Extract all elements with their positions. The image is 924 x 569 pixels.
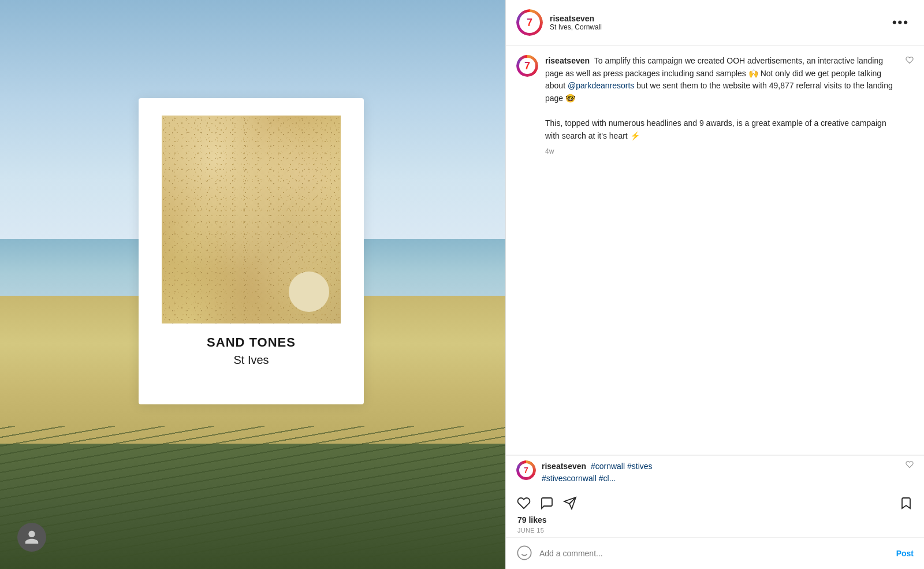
comment-timestamp: 4w <box>545 146 899 157</box>
post-date: JUNE 15 <box>516 527 914 534</box>
heart-icon <box>517 496 531 510</box>
comment-heart-icon[interactable] <box>906 55 914 66</box>
comment-text: riseatseven To amplify this campaign we … <box>545 55 899 157</box>
second-comment-username[interactable]: riseatseven <box>542 462 586 471</box>
post-comment-button[interactable]: Post <box>896 549 914 558</box>
second-comment-avatar[interactable]: 7 <box>516 460 536 480</box>
header-info: riseatseven St Ives, Cornwall <box>550 14 888 31</box>
likes-count: 79 likes <box>516 515 914 525</box>
header-username[interactable]: riseatseven <box>550 14 888 23</box>
grass-bg <box>0 444 505 569</box>
add-comment-row: Post <box>506 537 924 569</box>
share-button[interactable] <box>562 496 578 511</box>
action-icons-row <box>516 496 914 511</box>
bookmark-icon <box>899 496 913 510</box>
comment-avatar[interactable]: 7 <box>516 55 538 77</box>
comment-link[interactable]: @parkdeanresorts <box>568 81 634 90</box>
post-image: SAND TONES St Ives <box>0 0 505 569</box>
main-comment: 7 riseatseven To amplify this campaign w… <box>516 55 914 157</box>
right-panel: 7 riseatseven St Ives, Cornwall ••• 7 ri… <box>505 0 924 569</box>
smiley-icon <box>516 545 532 561</box>
action-bar: 79 likes JUNE 15 <box>506 490 924 537</box>
emoji-button[interactable] <box>516 545 534 562</box>
comment-username[interactable]: riseatseven <box>545 56 590 65</box>
header-avatar[interactable]: 7 <box>516 9 543 36</box>
logo-7-comment: 7 <box>524 61 530 71</box>
share-icon <box>563 496 577 510</box>
person-icon <box>24 529 40 545</box>
comments-area: 7 riseatseven To amplify this campaign w… <box>506 46 924 455</box>
more-options-button[interactable]: ••• <box>888 13 914 32</box>
comment-paragraph-2: This, topped with numerous headlines and… <box>545 118 886 140</box>
second-comment-hashtag2[interactable]: #stivescornwall #cl... <box>542 474 616 483</box>
second-comment-hashtag1[interactable]: #cornwall #stives <box>591 462 653 471</box>
logo-7: 7 <box>527 17 532 28</box>
user-avatar-button[interactable] <box>17 523 46 552</box>
card-title: SAND TONES <box>207 335 296 350</box>
second-comment-content: riseatseven #cornwall #stives #stivescor… <box>542 460 906 485</box>
second-comment-heart[interactable] <box>906 460 914 470</box>
sand-card: SAND TONES St Ives <box>139 98 364 404</box>
post-header: 7 riseatseven St Ives, Cornwall ••• <box>506 0 924 46</box>
color-swatch <box>289 272 329 312</box>
comment-button[interactable] <box>539 496 554 511</box>
card-subtitle: St Ives <box>233 354 269 367</box>
header-location: St Ives, Cornwall <box>550 23 888 31</box>
sand-texture <box>162 116 341 323</box>
comment-icon <box>540 496 554 510</box>
comment-input[interactable] <box>539 549 896 558</box>
svg-point-2 <box>517 546 531 559</box>
like-button[interactable] <box>516 496 531 511</box>
second-comment-row: 7 riseatseven #cornwall #stives #stivesc… <box>506 455 924 490</box>
bookmark-button[interactable] <box>899 496 914 511</box>
logo-7-second: 7 <box>524 466 528 474</box>
